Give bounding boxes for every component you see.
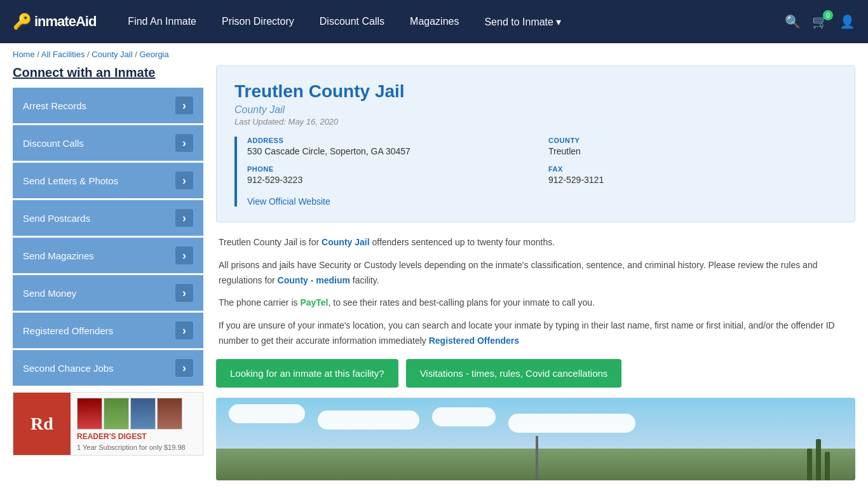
fax-label: FAX xyxy=(548,165,837,173)
sidebar-item-send-magazines[interactable]: Send Magazines › xyxy=(13,238,203,273)
tree-1 xyxy=(807,449,812,480)
facility-details: ADDRESS 530 Cascade Circle, Soperton, GA… xyxy=(234,137,837,207)
ad-image-1 xyxy=(77,398,102,430)
breadcrumb-all-facilities[interactable]: All Facilities xyxy=(41,50,85,59)
photo-pole xyxy=(536,436,538,480)
arrow-icon: › xyxy=(175,97,193,114)
logo-text: inmateAid xyxy=(34,13,96,30)
phone-value: 912-529-3223 xyxy=(247,175,536,185)
cloud-3 xyxy=(432,407,496,426)
cloud-2 xyxy=(318,410,419,430)
breadcrumb-home[interactable]: Home xyxy=(13,50,35,59)
arrow-icon: › xyxy=(175,322,193,339)
ad-line2: Enjoy the BEST stories, advice & jokes! xyxy=(77,454,196,456)
arrow-icon: › xyxy=(175,359,193,377)
cart-icon[interactable]: 🛒 0 xyxy=(812,14,828,29)
nav-find-inmate[interactable]: Find An Inmate xyxy=(128,16,196,27)
logo-icon: 🔑 xyxy=(13,13,32,30)
main-nav: Find An Inmate Prison Directory Discount… xyxy=(128,16,766,28)
arrow-icon: › xyxy=(175,284,193,302)
facility-description: Treutlen County Jail is for County Jail … xyxy=(216,235,855,349)
desc-para3: The phone carrier is PayTel, to see thei… xyxy=(219,295,853,311)
sidebar-item-second-chance-jobs[interactable]: Second Chance Jobs › xyxy=(13,350,203,386)
sidebar-item-send-postcards[interactable]: Send Postcards › xyxy=(13,200,203,236)
ad-banner[interactable]: Rd READER'S DIGEST 1 Year Subscription f… xyxy=(13,392,203,456)
arrow-icon: › xyxy=(175,247,193,264)
find-inmate-button[interactable]: Looking for an inmate at this facility? xyxy=(216,359,398,388)
visitations-button[interactable]: Visitations - times, rules, Covid cancel… xyxy=(406,359,622,388)
sidebar-item-send-money[interactable]: Send Money › xyxy=(13,275,203,311)
ad-content: READER'S DIGEST 1 Year Subscription for … xyxy=(71,393,203,455)
desc-para4: If you are unsure of your inmate's locat… xyxy=(219,318,853,349)
user-icon[interactable]: 👤 xyxy=(839,14,855,29)
facility-card: Treutlen County Jail County Jail Last Up… xyxy=(216,65,855,222)
action-buttons: Looking for an inmate at this facility? … xyxy=(216,359,855,388)
main-content: Treutlen County Jail County Jail Last Up… xyxy=(216,65,855,480)
address-group: ADDRESS 530 Cascade Circle, Soperton, GA… xyxy=(247,137,536,156)
ad-images xyxy=(77,398,196,430)
breadcrumb-georgia[interactable]: Georgia xyxy=(139,50,168,59)
logo[interactable]: 🔑 inmateAid xyxy=(13,13,96,30)
county-group: COUNTY Treutlen xyxy=(548,137,837,156)
sidebar-item-send-letters[interactable]: Send Letters & Photos › xyxy=(13,163,203,198)
facility-photo xyxy=(216,398,855,480)
ad-line1: 1 Year Subscription for only $19.98 xyxy=(77,444,196,451)
cart-badge: 0 xyxy=(823,10,833,20)
breadcrumb: Home / All Facilities / County Jail / Ge… xyxy=(0,43,868,65)
search-icon[interactable]: 🔍 xyxy=(785,14,801,29)
nav-discount-calls[interactable]: Discount Calls xyxy=(320,16,384,27)
tree-2 xyxy=(816,439,821,480)
sidebar-item-registered-offenders[interactable]: Registered Offenders › xyxy=(13,313,203,348)
sidebar-title: Connect with an Inmate xyxy=(13,65,203,80)
sidebar-menu: Arrest Records › Discount Calls › Send L… xyxy=(13,88,203,386)
main-layout: Connect with an Inmate Arrest Records › … xyxy=(0,65,868,488)
registered-offenders-link[interactable]: Registered Offenders xyxy=(429,336,519,346)
header-icons: 🔍 🛒 0 👤 xyxy=(785,14,855,29)
phone-group: PHONE 912-529-3223 xyxy=(247,165,536,185)
official-website: View Official Website xyxy=(247,196,837,207)
fax-value: 912-529-3121 xyxy=(548,175,837,185)
desc-para2: All prisons and jails have Security or C… xyxy=(219,258,853,288)
nav-prison-directory[interactable]: Prison Directory xyxy=(222,16,294,27)
paytel-link[interactable]: PayTel xyxy=(300,297,328,308)
arrow-icon: › xyxy=(175,172,193,189)
sidebar: Connect with an Inmate Arrest Records › … xyxy=(13,65,203,480)
sidebar-item-discount-calls[interactable]: Discount Calls › xyxy=(13,125,203,161)
breadcrumb-county-jail[interactable]: County Jail xyxy=(92,50,132,59)
sidebar-item-arrest-records[interactable]: Arrest Records › xyxy=(13,88,203,123)
arrow-icon: › xyxy=(175,134,193,152)
phone-label: PHONE xyxy=(247,165,536,173)
cloud-4 xyxy=(508,414,635,433)
nav-magazines[interactable]: Magazines xyxy=(410,16,459,27)
ad-logo: Rd xyxy=(13,393,71,455)
header: 🔑 inmateAid Find An Inmate Prison Direct… xyxy=(0,0,868,43)
fax-group: FAX 912-529-3121 xyxy=(548,165,837,185)
address-label: ADDRESS xyxy=(247,137,536,144)
county-medium-link[interactable]: County - medium xyxy=(278,275,350,285)
county-value: Treutlen xyxy=(548,146,837,156)
ad-image-4 xyxy=(157,398,182,430)
ad-image-2 xyxy=(104,398,129,430)
nav-send-to-inmate[interactable]: Send to Inmate ▾ xyxy=(484,16,561,28)
arrow-icon: › xyxy=(175,209,193,227)
official-website-link[interactable]: View Official Website xyxy=(247,196,330,207)
tree-3 xyxy=(825,452,830,480)
county-jail-link[interactable]: County Jail xyxy=(322,237,369,247)
facility-name: Treutlen County Jail xyxy=(234,81,837,102)
facility-type: County Jail xyxy=(234,104,837,116)
facility-updated: Last Updated: May 16, 2020 xyxy=(234,117,837,126)
county-label: COUNTY xyxy=(548,137,837,144)
photo-clouds xyxy=(216,404,855,433)
photo-trees xyxy=(807,439,830,480)
desc-para1: Treutlen County Jail is for County Jail … xyxy=(219,235,853,250)
address-value: 530 Cascade Circle, Soperton, GA 30457 xyxy=(247,146,536,156)
ad-image-3 xyxy=(130,398,156,430)
ad-brand-full: READER'S DIGEST xyxy=(77,432,196,441)
cloud-1 xyxy=(229,404,305,423)
